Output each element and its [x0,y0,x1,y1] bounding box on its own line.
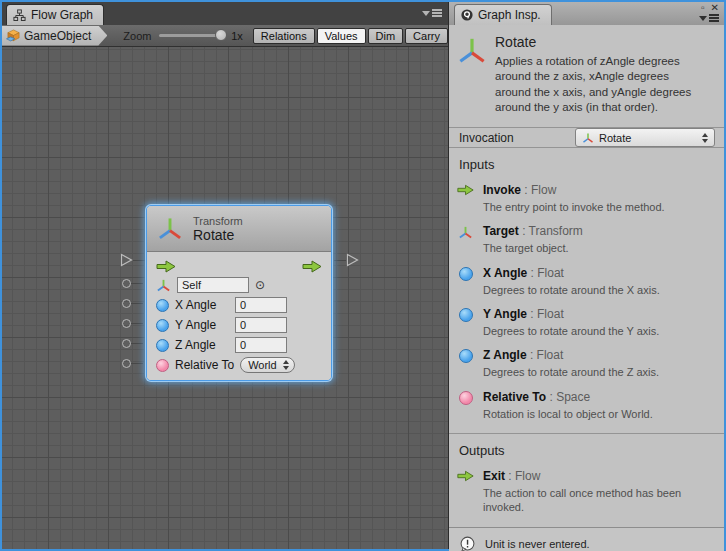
y-angle-row: Y Angle 0 [156,317,322,333]
entry-name: Relative To [483,390,546,404]
invocation-row: Invocation Rotate [449,128,724,147]
port-connector-line [334,260,346,261]
tab-graph-inspector[interactable]: Graph Insp. [454,4,552,25]
graph-inspector-icon [461,9,473,21]
flow-port-icon [457,470,474,482]
invocation-label: Invocation [459,131,514,145]
float-port-icon[interactable] [156,339,169,352]
float-port-icon [459,267,473,281]
toolbar-buttons: Relations Values Dim Carry [253,28,448,44]
carry-button[interactable]: Carry [405,28,448,44]
outputs-header: Outputs [459,443,714,458]
external-flow-output-port[interactable] [334,253,359,267]
entry-name: Target [483,224,519,238]
tab-flow-graph-label: Flow Graph [31,8,93,22]
hamburger-icon [709,14,719,22]
tab-flow-graph[interactable]: Flow Graph [6,4,104,25]
z-angle-field[interactable]: 0 [235,337,287,353]
external-relative-to-port[interactable] [122,359,143,368]
relations-button[interactable]: Relations [253,28,315,44]
relative-to-dropdown[interactable]: World [240,357,295,373]
warning-bar: Unit is never entered. [449,527,724,551]
float-port-icon[interactable] [156,299,169,312]
entry-separator: : [546,390,556,404]
value-port-circle-icon [122,299,131,308]
port-connector-line [131,303,143,304]
hamburger-icon [432,9,442,17]
y-angle-field[interactable]: 0 [235,317,287,333]
outputs-section: Outputs Exit : Flow The action to call o… [449,433,724,527]
dropdown-spinner-icon [702,133,708,143]
entry-type: Float [537,307,564,321]
enum-port-icon[interactable] [156,359,169,372]
values-button[interactable]: Values [317,28,366,44]
exit-port-icon[interactable] [302,260,322,273]
dropdown-spinner-icon [283,360,289,370]
flow-port-icon [457,184,474,196]
entry-description: The target object. [483,241,583,255]
object-picker-icon[interactable]: ⊙ [255,279,265,291]
zoom-label: Zoom [123,30,151,42]
relative-to-row: Relative To World [156,357,322,373]
entry-type: Float [537,348,564,362]
external-z-angle-port[interactable] [122,339,143,348]
entry-description: Degrees to rotate around the Y axis. [483,324,659,338]
entry-separator: : [527,307,537,321]
dim-button[interactable]: Dim [368,28,404,44]
minimize-icon[interactable]: ▫ [701,3,705,13]
flow-panel-menu-icon[interactable] [422,9,442,17]
float-port-icon[interactable] [156,319,169,332]
zoom-slider-knob[interactable] [215,29,227,41]
rotate-node[interactable]: Transform Rotate [146,205,332,381]
relative-to-label: Relative To [175,358,234,372]
target-field[interactable]: Self [177,277,249,293]
input-entry-target: Target : Transform The target object. [457,224,714,255]
entry-separator: : [527,348,537,362]
flow-graph-panel: Flow Graph GameObject Zoom 1x [2,2,448,549]
input-entry-invoke: Invoke : Flow The entry point to invoke … [457,183,714,214]
external-flow-input-port[interactable] [120,253,145,267]
inputs-header: Inputs [459,157,714,172]
enum-port-icon [459,391,473,405]
transform-icon [457,36,487,66]
warning-text: Unit is never entered. [485,538,590,550]
port-connector-line [131,323,143,324]
external-x-angle-port[interactable] [122,299,143,308]
inspector-menu-icon[interactable] [699,14,719,22]
z-angle-row: Z Angle 0 [156,337,322,353]
input-entry-y-angle: Y Angle : Float Degrees to rotate around… [457,307,714,338]
unit-title-section: Rotate Applies a rotation of zAngle degr… [449,25,724,127]
flow-port-triangle-icon [346,253,359,267]
external-target-port[interactable] [122,279,143,288]
x-angle-row: X Angle 0 [156,297,322,313]
invoke-port-icon[interactable] [156,260,176,273]
zoom-slider[interactable] [159,34,224,37]
external-y-angle-port[interactable] [122,319,143,328]
chevron-down-icon [699,16,707,21]
x-angle-label: X Angle [175,298,229,312]
x-angle-field[interactable]: 0 [235,297,287,313]
graph-canvas[interactable]: Transform Rotate [2,47,448,549]
rotate-node-header[interactable]: Transform Rotate [147,206,331,252]
unit-description: Applies a rotation of zAngle degrees aro… [495,54,701,115]
entry-type: Flow [531,183,556,197]
entry-type: Flow [515,469,540,483]
port-connector-line [131,363,143,364]
entry-name: Z Angle [483,348,527,362]
transform-icon [157,216,183,242]
tab-graph-inspector-label: Graph Insp. [478,8,541,22]
port-connector-line [131,283,143,284]
invocation-dropdown[interactable]: Rotate [575,128,715,147]
node-category: Transform [193,215,243,227]
entry-description: Degrees to rotate around the X axis. [483,283,660,297]
inputs-section: Inputs Invoke : Flow The entry point to … [449,147,724,433]
inspector-tabbar: Graph Insp. ▫ ✕ [449,2,724,25]
close-icon[interactable]: ✕ [711,3,719,13]
relative-to-value: World [248,359,277,371]
breadcrumb-gameobject[interactable]: GameObject [2,26,107,46]
float-port-icon [459,308,473,322]
float-port-icon [459,349,473,363]
port-connector-line [133,260,145,261]
entry-separator: : [521,183,531,197]
entry-description: The action to call once method has been … [483,486,701,515]
